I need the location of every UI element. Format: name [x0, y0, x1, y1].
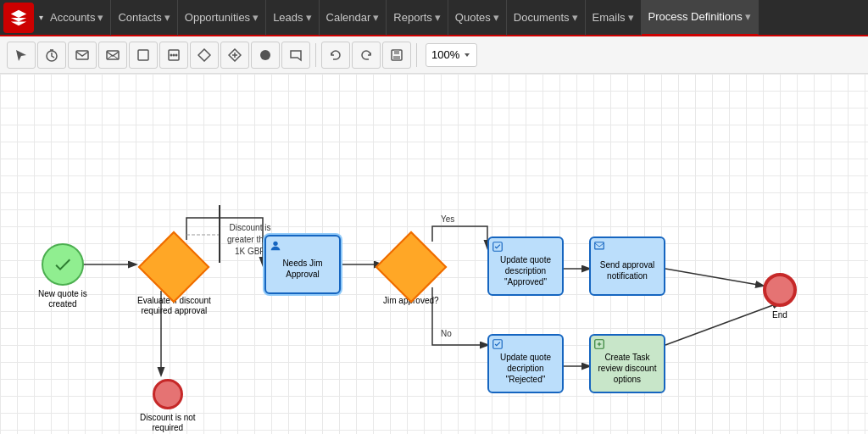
- reports-arrow: ▾: [435, 11, 441, 24]
- task1-shape: Needs Jim Approval: [264, 235, 341, 294]
- process-definitions-arrow: ▾: [745, 10, 751, 23]
- nav-reports[interactable]: Reports ▾: [387, 0, 448, 36]
- documents-arrow: ▾: [572, 11, 578, 24]
- end-event-shape: [763, 273, 797, 307]
- flow-canvas[interactable]: Yes No New quote is created Evaluate if …: [0, 74, 868, 434]
- task5-icon: [593, 338, 605, 353]
- navbar: ▾ Accounts ▾ Contacts ▾ Opportunities ▾ …: [0, 0, 868, 36]
- task4-icon: [492, 338, 504, 353]
- gateway-tool-button[interactable]: [190, 42, 219, 69]
- task-tool-button[interactable]: [129, 42, 158, 69]
- message-tool-button[interactable]: [68, 42, 97, 69]
- nav-documents[interactable]: Documents ▾: [507, 0, 586, 36]
- pointer-tool-button[interactable]: [7, 42, 36, 69]
- annotation-tool-button[interactable]: [281, 42, 310, 69]
- task3-node[interactable]: Send approval notification: [589, 236, 665, 296]
- task4-node[interactable]: Update quote decription "Rejected": [487, 334, 564, 393]
- svg-rect-26: [595, 242, 604, 249]
- task3-shape: Send approval notification: [589, 236, 665, 296]
- save-button[interactable]: [382, 42, 411, 69]
- end-reject-node[interactable]: Discount is not required approved: [140, 379, 196, 434]
- task2-node[interactable]: Update quote description "Approved": [487, 236, 564, 296]
- emails-arrow: ▾: [628, 11, 634, 24]
- nav-contacts[interactable]: Contacts ▾: [111, 0, 177, 36]
- nav-process-definitions[interactable]: Process Definitions ▾: [642, 0, 759, 36]
- svg-text:Yes: Yes: [441, 214, 454, 224]
- nav-quotes[interactable]: Quotes ▾: [448, 0, 507, 36]
- svg-rect-3: [138, 50, 148, 60]
- nav-accounts[interactable]: Accounts ▾: [43, 0, 111, 36]
- zoom-value: 100%: [431, 48, 459, 61]
- svg-marker-8: [198, 49, 210, 61]
- nav-emails[interactable]: Emails ▾: [586, 0, 642, 36]
- task5-shape: Create Task review discount options: [589, 334, 665, 393]
- nav-calendar[interactable]: Calendar ▾: [320, 0, 387, 36]
- task1-node[interactable]: Needs Jim Approval: [264, 235, 341, 294]
- logo[interactable]: [3, 3, 34, 33]
- svg-rect-1: [76, 51, 88, 59]
- start-event-shape: [42, 243, 84, 286]
- end-event-node[interactable]: End: [763, 273, 797, 320]
- task2-icon: [492, 241, 504, 255]
- opportunities-arrow: ▾: [253, 11, 259, 24]
- svg-point-10: [260, 50, 270, 60]
- nav-opportunities[interactable]: Opportunities ▾: [178, 0, 266, 36]
- toolbar-separator-1: [315, 43, 316, 67]
- circle-tool-button[interactable]: [251, 42, 280, 69]
- contacts-arrow: ▾: [164, 11, 170, 24]
- gateway1-node[interactable]: Evaluate if discount required approval: [137, 242, 211, 316]
- task3-icon: [593, 241, 605, 255]
- svg-line-18: [665, 269, 763, 286]
- redo-button[interactable]: [352, 42, 381, 69]
- end-reject-label: Discount is not required approved: [140, 413, 196, 434]
- subprocess-tool-button[interactable]: [159, 42, 188, 69]
- gateway1-shape: [138, 231, 210, 303]
- svg-text:No: No: [441, 329, 452, 338]
- event-tool-button[interactable]: [220, 42, 249, 69]
- start-event-node[interactable]: New quote is created: [38, 243, 87, 309]
- task5-node[interactable]: Create Task review discount options: [589, 334, 665, 393]
- calendar-arrow: ▾: [373, 11, 379, 24]
- accounts-arrow: ▾: [97, 11, 103, 24]
- quotes-arrow: ▾: [493, 11, 499, 24]
- svg-point-24: [273, 242, 277, 246]
- end-event-label: End: [772, 310, 787, 320]
- timer-tool-button[interactable]: [37, 42, 66, 69]
- end-reject-shape: [153, 379, 183, 409]
- svg-point-5: [170, 53, 173, 56]
- gateway2-node[interactable]: Jim approved?: [383, 242, 439, 306]
- gateway2-shape: [375, 231, 447, 303]
- toolbar-separator-2: [416, 43, 417, 67]
- leads-arrow: ▾: [306, 11, 312, 24]
- task1-icon: [269, 239, 282, 255]
- svg-point-7: [175, 53, 178, 56]
- nav-leads[interactable]: Leads ▾: [266, 0, 319, 36]
- toolbar: 100%: [0, 36, 868, 74]
- start-event-label: New quote is created: [38, 289, 87, 309]
- task4-shape: Update quote decription "Rejected": [487, 334, 564, 393]
- svg-rect-13: [393, 56, 400, 60]
- svg-rect-12: [394, 50, 399, 54]
- envelope-tool-button[interactable]: [98, 42, 127, 69]
- task2-shape: Update quote description "Approved": [487, 236, 564, 296]
- undo-button[interactable]: [321, 42, 350, 69]
- zoom-control[interactable]: 100%: [426, 43, 477, 67]
- svg-point-6: [173, 53, 175, 56]
